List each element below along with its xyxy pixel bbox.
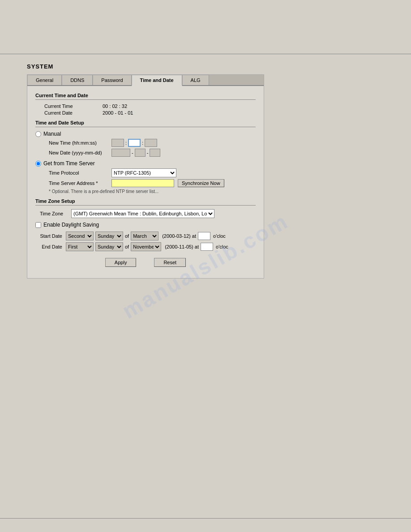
protocol-label: Time Protocol <box>49 170 111 176</box>
protocol-row: Time Protocol NTP (RFC-1305) SNTP <box>35 168 256 177</box>
end-date-label: End Date <box>35 244 62 249</box>
main-panel: General DDNS Password Time and Date ALG … <box>27 74 264 279</box>
manual-radio[interactable] <box>35 131 41 137</box>
end-month-select[interactable]: November March <box>131 242 161 251</box>
server-address-input[interactable]: a.ntp.alphazed.net <box>111 179 174 187</box>
page-wrapper: SYSTEM General DDNS Password Time and Da… <box>0 0 411 532</box>
start-of-text: of <box>125 233 129 239</box>
time-sec-input[interactable]: 20 <box>145 139 157 147</box>
date-year-input[interactable]: 2000 <box>111 149 130 157</box>
reset-button[interactable]: Reset <box>154 258 186 267</box>
daylight-label: Enable Daylight Saving <box>43 222 99 228</box>
end-week-select[interactable]: First Second <box>66 242 94 251</box>
sync-button[interactable]: Synchronize Now <box>178 179 224 187</box>
tabs-row: General DDNS Password Time and Date ALG <box>27 75 264 86</box>
server-radio[interactable] <box>35 161 41 167</box>
section-time-setup: Time and Date Setup <box>35 120 256 127</box>
new-time-row: New Time (hh:mm:ss) 0 : 2 : 20 <box>35 139 256 147</box>
get-server-section: Get from Time Server Time Protocol NTP (… <box>35 160 256 194</box>
time-sep-2: : <box>142 140 143 146</box>
section-timezone: Time Zone Setup <box>35 198 256 206</box>
start-detail-text: (2000-03-12) at <box>162 233 196 239</box>
current-time-label: Current Time <box>44 103 103 109</box>
server-address-inputs: a.ntp.alphazed.net Synchronize Now <box>111 179 224 187</box>
new-date-row: New Date (yyyy-mm-dd) 2000 - 1 - 1 <box>35 149 256 157</box>
timezone-row: Time Zone (GMT) Greenwich Mean Time : Du… <box>35 209 256 218</box>
manual-section: Manual New Time (hh:mm:ss) 0 : 2 : 20 <box>35 131 256 157</box>
server-radio-label: Get from Time Server <box>43 160 95 167</box>
tab-password[interactable]: Password <box>93 75 131 85</box>
end-date-row: End Date First Second Sunday Monday of N… <box>35 242 256 251</box>
start-oclock-text: o'cloc <box>213 233 226 239</box>
tab-time-and-date[interactable]: Time and Date <box>132 75 182 86</box>
time-min-input[interactable]: 2 <box>128 139 141 147</box>
end-date-selects: First Second Sunday Monday of November M… <box>66 242 228 251</box>
date-sep-1: - <box>132 150 133 155</box>
server-address-label: Time Server Address * <box>49 180 111 186</box>
end-of-text: of <box>125 244 129 249</box>
start-month-select[interactable]: March January <box>131 232 158 240</box>
new-date-label: New Date (yyyy-mm-dd) <box>49 150 111 155</box>
manual-label: Manual <box>43 131 61 137</box>
date-day-input[interactable]: 1 <box>150 149 160 157</box>
time-hour-input[interactable]: 0 <box>111 139 124 147</box>
end-detail-text: (2000-11-05) at <box>165 244 199 249</box>
tab-ddns[interactable]: DDNS <box>62 75 93 85</box>
date-inputs: 2000 - 1 - 1 <box>111 149 160 157</box>
server-address-row: Time Server Address * a.ntp.alphazed.net… <box>35 179 256 187</box>
start-day-select[interactable]: Sunday Monday <box>95 232 123 240</box>
manual-radio-row: Manual <box>35 131 256 137</box>
tab-general[interactable]: General <box>27 75 62 85</box>
current-time-value: 00 : 02 : 32 <box>103 103 127 109</box>
daylight-checkbox[interactable] <box>35 222 41 228</box>
start-date-selects: Second First Third Fourth Last Sunday Mo… <box>66 232 226 240</box>
date-sep-2: - <box>147 150 149 155</box>
daylight-row: Enable Daylight Saving <box>35 222 256 228</box>
time-sep-1: : <box>125 140 127 146</box>
start-week-select[interactable]: Second First Third Fourth Last <box>66 232 94 240</box>
start-at-input[interactable]: 2 <box>198 232 210 240</box>
content-area: SYSTEM General DDNS Password Time and Da… <box>0 54 411 287</box>
server-radio-row: Get from Time Server <box>35 160 256 167</box>
start-date-label: Start Date <box>35 233 62 239</box>
apply-button[interactable]: Apply <box>105 258 137 267</box>
protocol-select[interactable]: NTP (RFC-1305) SNTP <box>111 168 176 177</box>
panel-body: Current Time and Date Current Time 00 : … <box>27 86 264 278</box>
current-time-row: Current Time 00 : 02 : 32 <box>35 103 256 109</box>
optional-note: * Optional. There is a pre-defined NTP t… <box>35 189 256 194</box>
time-inputs: 0 : 2 : 20 <box>111 139 157 147</box>
section-current-time: Current Time and Date <box>35 93 256 100</box>
end-at-input[interactable]: 2 <box>201 243 213 251</box>
start-date-row: Start Date Second First Third Fourth Las… <box>35 232 256 240</box>
tz-label: Time Zone <box>40 211 71 216</box>
end-day-select[interactable]: Sunday Monday <box>95 242 123 251</box>
bottom-rule <box>0 518 411 519</box>
end-oclock-text: o'cloc <box>216 244 228 249</box>
date-month-input[interactable]: 1 <box>135 149 146 157</box>
current-date-row: Current Date 2000 - 01 - 01 <box>35 110 256 116</box>
current-date-value: 2000 - 01 - 01 <box>103 110 133 116</box>
current-date-label: Current Date <box>44 110 103 116</box>
tab-alg[interactable]: ALG <box>182 75 209 85</box>
page-title: SYSTEM <box>27 63 384 70</box>
new-time-label: New Time (hh:mm:ss) <box>49 140 111 146</box>
buttons-row: Apply Reset <box>35 258 256 271</box>
protocol-select-wrap: NTP (RFC-1305) SNTP <box>111 168 176 177</box>
timezone-select[interactable]: (GMT) Greenwich Mean Time : Dublin, Edin… <box>71 209 214 218</box>
